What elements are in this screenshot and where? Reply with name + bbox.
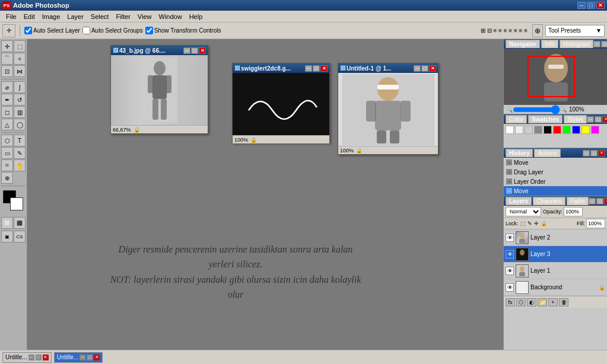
new-group-button[interactable]: 📁	[538, 298, 547, 306]
win-maximize[interactable]: □	[313, 65, 320, 72]
taskbar-min-2[interactable]: ─	[80, 355, 85, 360]
panel-max[interactable]: □	[601, 41, 607, 47]
menu-help[interactable]: Help	[186, 12, 206, 21]
eraser-tool[interactable]: ◻	[1, 106, 13, 118]
tab-color[interactable]: Color	[506, 115, 527, 123]
pen-tool[interactable]: ⬡	[1, 135, 13, 146]
tab-histogram[interactable]: Histogram	[560, 40, 594, 48]
tab-navigator[interactable]: Navigator	[506, 40, 540, 48]
opacity-input[interactable]	[564, 207, 583, 216]
gradient-tool[interactable]: ▥	[14, 106, 26, 118]
taskbar-item-2[interactable]: Untitle... ─ □ ✕	[54, 352, 103, 363]
nav-zoom-in-icon[interactable]: 🔍	[560, 107, 567, 113]
panel-min[interactable]: ─	[593, 41, 600, 47]
marquee-tool[interactable]: ⬚	[14, 40, 26, 52]
swatch-magenta[interactable]	[591, 126, 599, 134]
taskbar-close-2[interactable]: ✕	[94, 355, 100, 360]
auto-select-groups-checkbox[interactable]	[82, 27, 90, 34]
slice-tool[interactable]: ⋈	[14, 65, 26, 77]
hand-tool[interactable]: ✋	[14, 159, 26, 171]
win-close[interactable]: ✕	[199, 47, 206, 54]
win-minimize[interactable]: ─	[305, 65, 312, 72]
swatch-red[interactable]	[553, 126, 561, 134]
navigator-zoom-slider[interactable]	[513, 107, 560, 112]
history-item-move1[interactable]: → Move	[504, 158, 607, 167]
quick-mask[interactable]: ⬜	[1, 217, 13, 229]
layer2-visibility[interactable]: 👁	[506, 234, 514, 242]
menu-file[interactable]: File	[2, 12, 20, 21]
crop-tool[interactable]: ⊡	[1, 65, 13, 77]
magic-wand-tool[interactable]: ✧	[14, 53, 26, 65]
notes-tool[interactable]: ✎	[14, 147, 26, 159]
new-fill-layer-button[interactable]: ◐	[527, 298, 536, 306]
tab-history[interactable]: History	[506, 149, 533, 157]
swatch-darkgray[interactable]	[534, 126, 542, 134]
delete-layer-button[interactable]: 🗑	[559, 298, 568, 306]
taskbar-min-1[interactable]: ─	[28, 355, 34, 360]
win-close[interactable]: ✕	[320, 65, 328, 72]
menu-filter[interactable]: Filter	[112, 12, 134, 21]
tab-channels[interactable]: Channels	[533, 197, 565, 205]
win-close[interactable]: ✕	[429, 65, 436, 72]
auto-select-layer-checkbox[interactable]	[24, 27, 32, 34]
swatch-black[interactable]	[544, 126, 552, 134]
dodge-tool[interactable]: ◯	[14, 119, 26, 130]
panel-min[interactable]: ─	[583, 150, 590, 157]
eyedropper-tool[interactable]: ⌗	[1, 159, 13, 171]
move-tool[interactable]: ✛	[1, 40, 13, 52]
switch-screen[interactable]: ▣	[1, 231, 13, 242]
background-visibility[interactable]: 👁	[506, 283, 514, 292]
tab-info[interactable]: Info	[541, 40, 558, 48]
nav-zoom-out-icon[interactable]: 🔍	[506, 107, 513, 113]
layer-row-layer1[interactable]: 👁 Layer 1	[504, 263, 607, 279]
menu-edit[interactable]: Edit	[20, 12, 39, 21]
lock-transparent-icon[interactable]: ⬚	[520, 221, 526, 226]
win-minimize[interactable]: ─	[183, 47, 190, 54]
cs-tools[interactable]: CS	[14, 231, 26, 242]
tab-paths[interactable]: Paths	[567, 197, 589, 205]
current-tool-icon[interactable]: ✛	[2, 24, 15, 37]
auto-select-groups-label[interactable]: Auto Select Groups	[82, 27, 143, 34]
taskbar-max-1[interactable]: □	[36, 355, 42, 360]
layer-styles-button[interactable]: fx	[506, 298, 515, 306]
swatch-lightgray[interactable]	[515, 126, 523, 134]
panel-max[interactable]: □	[596, 198, 603, 205]
healing-brush[interactable]: ⌀	[1, 81, 13, 93]
panel-min[interactable]: ─	[587, 116, 594, 123]
background-color[interactable]	[10, 197, 23, 210]
minimize-button[interactable]: ─	[577, 2, 586, 9]
fill-input[interactable]	[586, 219, 605, 228]
menu-image[interactable]: Image	[39, 12, 64, 21]
panel-close[interactable]: ✕	[598, 150, 605, 157]
history-item-layer-order[interactable]: → Layer Order	[504, 177, 607, 186]
blur-tool[interactable]: △	[1, 119, 13, 130]
win-maximize[interactable]: □	[191, 47, 198, 54]
show-transform-label[interactable]: Show Transform Controls	[145, 27, 221, 34]
taskbar-max-2[interactable]: □	[87, 355, 93, 360]
lock-all-icon[interactable]: 🔒	[541, 221, 547, 226]
swatch-white[interactable]	[506, 126, 514, 134]
menu-window[interactable]: Window	[155, 12, 186, 21]
menu-layer[interactable]: Layer	[63, 12, 87, 21]
layer-row-layer2[interactable]: 👁 Layer 2	[504, 229, 607, 246]
tab-styles[interactable]: Styles	[564, 115, 587, 123]
blend-mode-select[interactable]: Normal	[506, 207, 541, 216]
swatch-yellow[interactable]	[581, 126, 590, 134]
layer-row-background[interactable]: 👁 Background 🔒	[504, 279, 607, 296]
maximize-button[interactable]: □	[587, 2, 595, 9]
layer3-visibility[interactable]: 👁	[506, 250, 514, 258]
swatch-green[interactable]	[562, 126, 571, 134]
tab-actions[interactable]: Actions	[534, 149, 561, 157]
show-transform-checkbox[interactable]	[145, 27, 153, 34]
menu-select[interactable]: Select	[87, 12, 113, 21]
zoom-tool[interactable]: ⊕	[1, 172, 13, 184]
lock-position-icon[interactable]: ✛	[534, 221, 539, 226]
tab-swatches[interactable]: Swatches	[528, 115, 562, 123]
type-tool[interactable]: T	[14, 135, 26, 146]
close-button[interactable]: ✕	[596, 2, 605, 9]
swatch-gray[interactable]	[525, 126, 533, 134]
layer-row-layer3[interactable]: 👁 Layer 3	[504, 246, 607, 263]
win-maximize[interactable]: □	[421, 65, 428, 72]
panel-close[interactable]: ✕	[602, 116, 607, 123]
history-brush[interactable]: ↺	[14, 94, 26, 106]
